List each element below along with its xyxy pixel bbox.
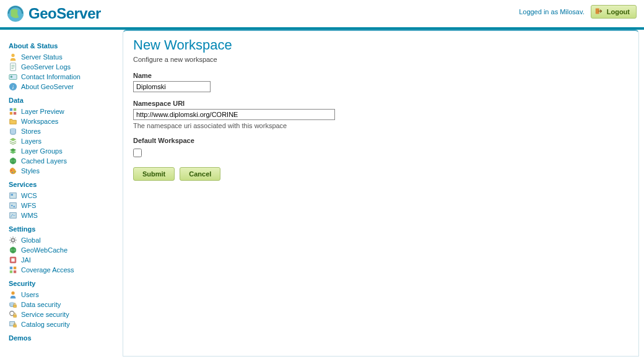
header: GeoServer Logged in as Milosav. Logout <box>0 0 644 30</box>
sidebar-item-cached-layers[interactable]: Cached Layers <box>9 156 118 166</box>
sidebar-link[interactable]: WCS <box>21 192 37 199</box>
coverage-icon <box>9 266 17 274</box>
submit-button[interactable]: Submit <box>133 167 175 181</box>
sidebar-section-security: Security <box>9 280 118 287</box>
cancel-button[interactable]: Cancel <box>180 167 220 181</box>
sidebar-section-settings: Settings <box>9 225 118 233</box>
logo-text: GeoServer <box>28 5 101 22</box>
palette-icon <box>9 167 17 175</box>
svg-point-16 <box>14 171 15 173</box>
svg-rect-29 <box>10 270 12 273</box>
svg-point-31 <box>11 292 14 295</box>
logout-icon <box>595 7 604 16</box>
svg-point-15 <box>12 172 13 173</box>
user-icon <box>9 290 17 299</box>
sidebar-link[interactable]: Users <box>21 291 39 298</box>
jai-icon <box>9 256 17 264</box>
grid-icon <box>9 107 17 116</box>
info-person-icon <box>9 53 17 61</box>
sidebar-item-layer-groups[interactable]: Layer Groups <box>9 146 118 156</box>
sidebar-link[interactable]: Layer Groups <box>21 147 63 155</box>
sidebar-item-gwc[interactable]: GeoWebCache <box>9 245 118 255</box>
sidebar-item-styles[interactable]: Styles <box>9 166 118 176</box>
sidebar-item-server-status[interactable]: Server Status <box>9 52 118 62</box>
db-icon <box>9 127 17 136</box>
namespace-field-block: Namespace URI The namespace uri associat… <box>133 100 629 129</box>
sidebar-section-data: Data <box>9 97 118 104</box>
sidebar-item-stores[interactable]: Stores <box>9 126 118 136</box>
sidebar-item-catalog-security[interactable]: Catalog security <box>9 319 118 329</box>
lock-catalog-icon <box>9 320 17 329</box>
logo[interactable]: GeoServer <box>6 4 101 23</box>
svg-point-14 <box>11 170 12 171</box>
namespace-label: Namespace URI <box>133 100 629 107</box>
sidebar-item-logs[interactable]: GeoServer Logs <box>9 62 118 72</box>
sidebar-section-services: Services <box>9 181 118 188</box>
page-title: New Workspace <box>133 37 629 53</box>
sidebar-item-users[interactable]: Users <box>9 290 118 300</box>
default-workspace-checkbox[interactable] <box>133 149 142 157</box>
sidebar-link[interactable]: Styles <box>21 167 40 175</box>
sidebar-item-wms[interactable]: WMS <box>9 210 118 220</box>
name-input[interactable] <box>133 81 211 92</box>
sidebar-link[interactable]: About GeoServer <box>21 83 74 90</box>
sidebar-link[interactable]: Catalog security <box>21 321 70 328</box>
sidebar-section-about: About & Status <box>9 42 118 50</box>
sidebar-item-coverage-access[interactable]: Coverage Access <box>9 265 118 275</box>
svg-point-5 <box>11 76 13 78</box>
page-description: Configure a new workspace <box>133 56 629 63</box>
sidebar-item-jai[interactable]: JAI <box>9 255 118 265</box>
sidebar-item-layers[interactable]: Layers <box>9 136 118 146</box>
sidebar-item-layer-preview[interactable]: Layer Preview <box>9 106 118 116</box>
svg-rect-27 <box>10 267 12 269</box>
sidebar-item-wfs[interactable]: WFS <box>9 201 118 210</box>
sidebar-link[interactable]: Workspaces <box>21 118 58 125</box>
sidebar-section-demos: Demos <box>9 334 118 342</box>
sidebar-link[interactable]: Service security <box>21 311 69 318</box>
sidebar-item-wcs[interactable]: WCS <box>9 191 118 201</box>
stack-icon <box>9 137 17 145</box>
sidebar-link[interactable]: Layers <box>21 137 41 145</box>
sidebar-link[interactable]: Contact Information <box>21 73 80 80</box>
sidebar-link[interactable]: WFS <box>21 202 36 209</box>
card-icon <box>9 72 17 81</box>
svg-rect-28 <box>14 267 16 269</box>
svg-rect-30 <box>14 270 16 273</box>
sidebar-link[interactable]: GeoServer Logs <box>21 63 71 71</box>
sidebar-link[interactable]: Global <box>21 236 41 244</box>
sidebar-item-global[interactable]: Global <box>9 235 118 245</box>
sidebar-link[interactable]: Stores <box>21 128 41 135</box>
globe-logo-icon <box>6 4 25 23</box>
svg-rect-11 <box>14 112 16 115</box>
sidebar-link[interactable]: JAI <box>21 256 31 264</box>
svg-point-21 <box>13 205 15 207</box>
logout-button[interactable]: Logout <box>591 5 637 19</box>
sidebar-link[interactable]: Coverage Access <box>21 266 74 274</box>
sidebar-link[interactable]: Server Status <box>21 53 63 61</box>
default-workspace-label: Default Workspace <box>133 137 629 144</box>
logged-in-text: Logged in as Milosav. <box>519 8 585 15</box>
svg-rect-9 <box>14 108 16 111</box>
sidebar-item-contact[interactable]: Contact Information <box>9 72 118 82</box>
sidebar-link[interactable]: GeoWebCache <box>21 246 67 254</box>
sidebar-link[interactable]: Layer Preview <box>21 108 64 115</box>
logout-label: Logout <box>607 8 630 15</box>
sidebar-link[interactable]: Cached Layers <box>21 157 67 165</box>
sidebar-item-data-security[interactable]: Data security <box>9 300 118 309</box>
sidebar-link[interactable]: WMS <box>21 212 38 219</box>
wfs-icon <box>9 201 17 210</box>
svg-rect-10 <box>10 112 12 115</box>
sidebar-item-about[interactable]: i About GeoServer <box>9 82 118 92</box>
namespace-input[interactable] <box>133 109 335 120</box>
main-panel: New Workspace Configure a new workspace … <box>123 30 639 357</box>
svg-point-2 <box>11 54 14 57</box>
sidebar-link[interactable]: Data security <box>21 301 61 308</box>
svg-rect-33 <box>14 305 16 308</box>
sidebar-item-service-security[interactable]: Service security <box>9 309 118 319</box>
layers-green-icon <box>9 147 17 155</box>
lock-data-icon <box>9 300 17 309</box>
default-workspace-block: Default Workspace <box>133 137 629 158</box>
sidebar-item-workspaces[interactable]: Workspaces <box>9 116 118 126</box>
name-field-block: Name <box>133 72 629 92</box>
globe-green-icon <box>9 246 17 254</box>
